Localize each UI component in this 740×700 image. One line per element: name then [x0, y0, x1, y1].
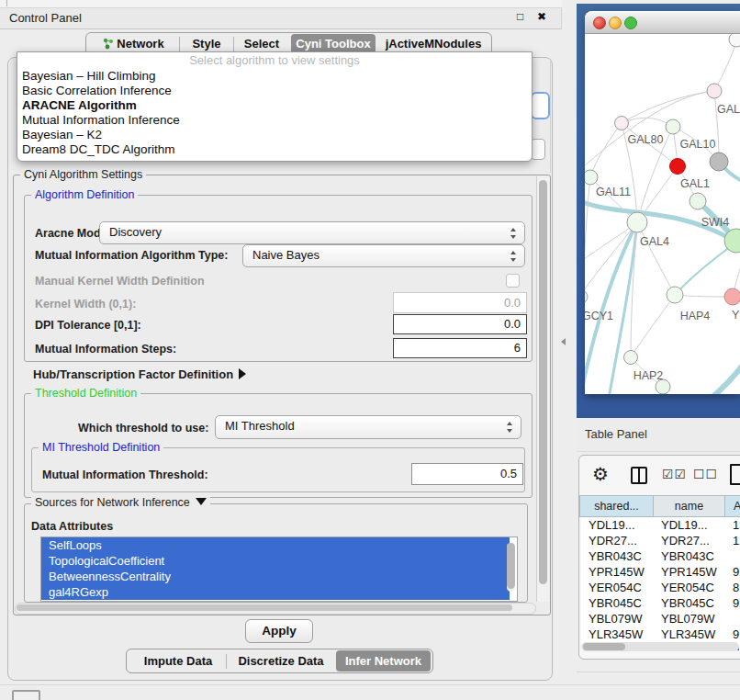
which-threshold-combobox[interactable]: MI Threshold: [215, 415, 521, 439]
node-label: GAL10: [680, 138, 716, 151]
network-node-gal80[interactable]: [615, 117, 629, 130]
hidden-scrollpane-edge: [550, 59, 551, 173]
network-node-y-partial[interactable]: [724, 288, 740, 305]
network-node-gal1-selected[interactable]: [670, 159, 686, 175]
node-label: Y: [732, 309, 740, 322]
settings-horizontal-scrollbar[interactable]: [15, 603, 536, 615]
kernel-width-label: Kernel Width (0,1):: [35, 298, 136, 310]
network-node-hap2[interactable]: [624, 351, 638, 365]
hidden-combobox-edge: [531, 139, 545, 160]
algorithm-option[interactable]: Basic Correlation Inference: [17, 84, 532, 98]
network-window-titlebar[interactable]: [585, 11, 740, 34]
mi-threshold-label: Mutual Information Threshold:: [42, 469, 208, 481]
column-header-shared-name[interactable]: shared...: [579, 495, 654, 517]
splitpane-collapse-icon[interactable]: [561, 338, 566, 345]
tab-style-label: Style: [192, 37, 220, 51]
minimize-window-icon[interactable]: [609, 17, 622, 29]
minimized-panel-icon[interactable]: [12, 690, 40, 700]
network-node-gal11[interactable]: [585, 170, 598, 185]
right-bottom-divider: [577, 672, 740, 672]
settings-vertical-scrollbar[interactable]: [536, 176, 549, 602]
network-node-hap4[interactable]: [667, 287, 683, 303]
table-panel-card: ⚙ ☑☑ ☐☐ shared... name A YDL19... YDL19.…: [578, 455, 740, 660]
network-node-gal10[interactable]: [666, 119, 680, 134]
float-panel-icon[interactable]: □: [517, 10, 523, 23]
algorithm-option[interactable]: Mutual Information Inference: [17, 113, 532, 128]
bottom-divider: [0, 684, 740, 685]
attribute-item-selected[interactable]: TopologicalCoefficient: [41, 553, 510, 569]
algorithm-option[interactable]: Bayesian – K2: [17, 128, 532, 142]
column-header-name[interactable]: name: [654, 495, 725, 517]
column-header-partial[interactable]: A: [725, 495, 740, 517]
node-label: HAP4: [680, 310, 711, 322]
cell-value: 8.: [725, 580, 740, 595]
cell-value: [725, 548, 740, 564]
close-window-icon[interactable]: [593, 17, 606, 29]
mi-type-label: Mutual Information Algorithm Type:: [35, 249, 228, 262]
mi-threshold-field[interactable]: 0.5: [411, 463, 523, 485]
cell-value: 13: [725, 517, 740, 533]
table-row[interactable]: YBL079W YBL079W: [581, 611, 740, 627]
attributes-scrollbar[interactable]: [507, 543, 515, 592]
cell-shared-name: YPR145W: [581, 564, 654, 580]
deselect-all-checkboxes-icon[interactable]: ☐☐: [693, 467, 718, 481]
attribute-item-selected[interactable]: BetweennessCentrality: [41, 569, 510, 584]
bottom-tabbar: Impute Data Discretize Data Infer Networ…: [126, 649, 433, 673]
combo-stepper-icon: [510, 228, 517, 239]
mi-type-combobox[interactable]: Naive Bayes: [242, 244, 525, 267]
network-node-gal4[interactable]: [627, 212, 647, 232]
cell-shared-name: YDR27...: [581, 533, 654, 548]
apply-button[interactable]: Apply: [245, 619, 313, 643]
control-panel-titlebar: Control Panel □ ✖: [0, 8, 562, 29]
attribute-item-selected[interactable]: SelfLoops: [41, 537, 510, 553]
table-row[interactable]: YPR145W YPR145W 9.: [581, 564, 740, 580]
data-attributes-label: Data Attributes: [31, 520, 113, 533]
network-node-gal1[interactable]: [690, 193, 706, 209]
network-node[interactable]: [729, 34, 740, 47]
cell-shared-name: YBL079W: [581, 611, 654, 627]
tab-network-label: Network: [117, 37, 163, 51]
sources-group-toggle[interactable]: Sources for Network Inference: [31, 497, 210, 509]
table-row[interactable]: YDR27... YDR27... 12: [581, 533, 740, 548]
network-node-gray[interactable]: [710, 152, 728, 171]
scrollbar-thumb[interactable]: [539, 180, 547, 584]
network-canvas[interactable]: GAL GAL80 GAL10 GAL1 GAL11 SWI4 GAL4 GCY…: [585, 34, 740, 394]
cell-value: 12: [725, 533, 740, 548]
tab-discretize-data[interactable]: Discretize Data: [230, 649, 332, 672]
table-row[interactable]: YDL19... YDL19... 13: [581, 517, 740, 533]
gear-icon[interactable]: ⚙: [592, 463, 609, 485]
aracne-mode-combobox[interactable]: Discovery: [99, 221, 525, 244]
cell-value: 9.: [725, 627, 740, 642]
node-label: GCY1: [585, 310, 613, 322]
new-table-icon[interactable]: [730, 464, 740, 485]
mi-steps-field[interactable]: 6: [393, 338, 527, 358]
select-all-checkboxes-icon[interactable]: ☑☑: [662, 467, 687, 481]
scrollbar-thumb[interactable]: [583, 643, 625, 650]
table-row[interactable]: YBR043C YBR043C: [581, 548, 740, 564]
dpi-tolerance-field[interactable]: 0.0: [393, 314, 527, 334]
kernel-width-field[interactable]: 0.0: [393, 292, 527, 313]
node-label: GAL4: [640, 235, 669, 248]
hub-section-toggle[interactable]: Hub/Transcription Factor Definition: [33, 367, 246, 381]
cell-name: YER054C: [654, 580, 725, 595]
algorithm-option[interactable]: Dream8 DC_TDC Algorithm: [17, 142, 532, 157]
table-row[interactable]: YLR345W YLR345W 9.: [581, 627, 740, 642]
node-label: GAL11: [596, 186, 631, 198]
columns-icon[interactable]: [631, 467, 647, 484]
algorithm-option[interactable]: Bayesian – Hill Climbing: [17, 69, 532, 84]
algorithm-option-selected[interactable]: ARACNE Algorithm: [17, 98, 532, 113]
node-label: GAL80: [628, 133, 664, 146]
zoom-window-icon[interactable]: [624, 17, 637, 29]
attribute-item-selected[interactable]: gal4RGexp: [41, 584, 510, 600]
network-node-gal-partial[interactable]: [707, 84, 722, 98]
tab-separator: [226, 654, 227, 669]
table-horizontal-scrollbar[interactable]: [581, 642, 739, 651]
tab-impute-data[interactable]: Impute Data: [134, 649, 222, 672]
scrollbar-thumb[interactable]: [17, 604, 512, 611]
close-panel-icon[interactable]: ✖: [537, 10, 546, 23]
table-row[interactable]: YER054C YER054C 8.: [581, 580, 740, 595]
network-node-gcy1[interactable]: [585, 290, 588, 303]
tab-infer-network[interactable]: Infer Network: [336, 650, 431, 672]
table-row[interactable]: YBR045C YBR045C 9.: [581, 595, 740, 611]
manual-kernel-checkbox[interactable]: [506, 274, 520, 288]
